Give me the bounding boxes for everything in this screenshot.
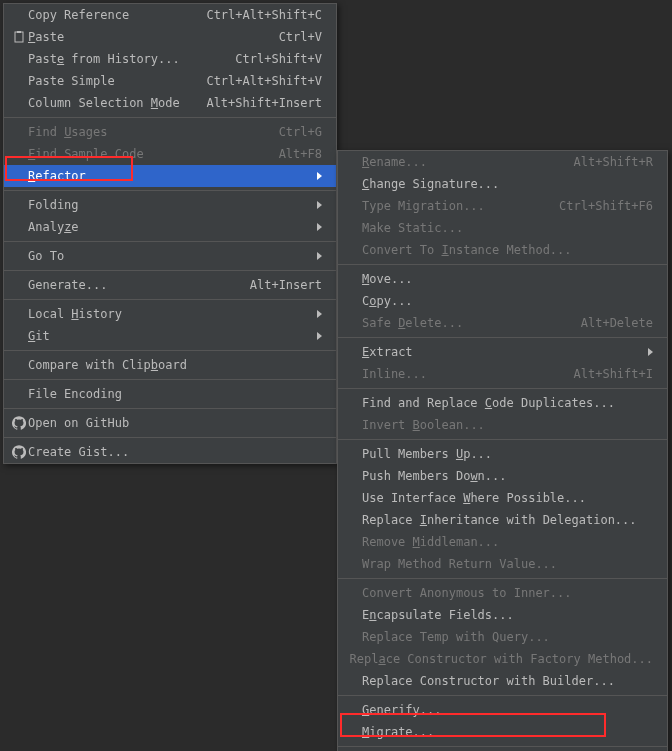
menu-item-shortcut: Ctrl+Alt+Shift+C <box>206 8 322 22</box>
menu-item-shortcut: Ctrl+V <box>279 30 322 44</box>
menu-item-label: Convert To Instance Method... <box>362 243 572 257</box>
main_menu-item-file-encoding[interactable]: File Encoding <box>4 383 336 405</box>
sub_menu-item-make-static: Make Static... <box>338 217 667 239</box>
menu-item-label: Go To <box>28 249 64 263</box>
main_menu-item-compare-with-clipboard[interactable]: Compare with Clipboard <box>4 354 336 376</box>
sub_menu-item-wrap-method-return-value: Wrap Method Return Value... <box>338 553 667 575</box>
menu-item-label: Wrap Method Return Value... <box>362 557 557 571</box>
menu-item-label: Make Static... <box>362 221 463 235</box>
sub_menu-item-type-migration: Type Migration...Ctrl+Shift+F6 <box>338 195 667 217</box>
main_menu-separator <box>4 408 336 409</box>
main_menu-item-local-history[interactable]: Local History <box>4 303 336 325</box>
main_menu-item-open-on-github[interactable]: Open on GitHub <box>4 412 336 434</box>
sub_menu-separator <box>338 695 667 696</box>
menu-item-label: Local History <box>28 307 122 321</box>
sub_menu-item-generify[interactable]: Generify... <box>338 699 667 721</box>
menu-item-label: Type Migration... <box>362 199 485 213</box>
main_menu-item-column-selection-mode[interactable]: Column Selection ModeAlt+Shift+Insert <box>4 92 336 114</box>
menu-item-label: Folding <box>28 198 79 212</box>
main_menu-item-find-sample-code: Find Sample CodeAlt+F8 <box>4 143 336 165</box>
menu-item-shortcut: Alt+Insert <box>250 278 322 292</box>
menu-item-label: Replace Temp with Query... <box>362 630 550 644</box>
submenu-arrow-icon <box>317 172 322 180</box>
sub_menu-separator <box>338 578 667 579</box>
sub_menu-item-rename: Rename...Alt+Shift+R <box>338 151 667 173</box>
menu-item-shortcut: Ctrl+Alt+Shift+V <box>206 74 322 88</box>
menu-item-shortcut: Alt+Shift+Insert <box>206 96 322 110</box>
menu-item-shortcut: Alt+Shift+I <box>574 367 653 381</box>
sub_menu-separator <box>338 264 667 265</box>
main_menu-separator <box>4 270 336 271</box>
menu-item-label: Change Signature... <box>362 177 499 191</box>
sub_menu-item-use-interface-where-possible[interactable]: Use Interface Where Possible... <box>338 487 667 509</box>
menu-item-label: Extract <box>362 345 413 359</box>
menu-item-label: Move... <box>362 272 413 286</box>
main_menu-item-git[interactable]: Git <box>4 325 336 347</box>
menu-item-label: Pull Members Up... <box>362 447 492 461</box>
menu-item-label: Replace Constructor with Factory Method.… <box>350 652 653 666</box>
main_menu-item-generate[interactable]: Generate...Alt+Insert <box>4 274 336 296</box>
menu-item-label: Generate... <box>28 278 107 292</box>
menu-item-label: Column Selection Mode <box>28 96 180 110</box>
main_menu-item-paste-from-history[interactable]: Paste from History...Ctrl+Shift+V <box>4 48 336 70</box>
menu-item-label: Paste from History... <box>28 52 180 66</box>
menu-item-shortcut: Alt+F8 <box>279 147 322 161</box>
main_menu-separator <box>4 241 336 242</box>
sub_menu-item-convert-to-instance-method: Convert To Instance Method... <box>338 239 667 261</box>
main_menu-separator <box>4 379 336 380</box>
menu-item-shortcut: Alt+Delete <box>581 316 653 330</box>
sub_menu-item-replace-constructor-with-factory-method: Replace Constructor with Factory Method.… <box>338 648 667 670</box>
sub_menu-item-migrate[interactable]: Migrate... <box>338 721 667 743</box>
main_menu-separator <box>4 437 336 438</box>
main_menu-separator <box>4 117 336 118</box>
sub_menu-separator <box>338 439 667 440</box>
github-icon <box>10 416 28 430</box>
menu-item-label: Compare with Clipboard <box>28 358 187 372</box>
submenu-arrow-icon <box>317 310 322 318</box>
sub_menu-item-remove-middleman: Remove Middleman... <box>338 531 667 553</box>
menu-item-label: Migrate... <box>362 725 434 739</box>
main_menu-item-find-usages: Find UsagesCtrl+G <box>4 121 336 143</box>
menu-item-label: Use Interface Where Possible... <box>362 491 586 505</box>
sub_menu-item-find-and-replace-code-duplicates[interactable]: Find and Replace Code Duplicates... <box>338 392 667 414</box>
menu-item-label: Find Sample Code <box>28 147 144 161</box>
menu-item-label: Invert Boolean... <box>362 418 485 432</box>
main_menu-item-paste-simple[interactable]: Paste SimpleCtrl+Alt+Shift+V <box>4 70 336 92</box>
menu-item-label: Refactor <box>28 169 86 183</box>
menu-item-label: Convert Anonymous to Inner... <box>362 586 572 600</box>
submenu-arrow-icon <box>648 348 653 356</box>
sub_menu-item-encapsulate-fields[interactable]: Encapsulate Fields... <box>338 604 667 626</box>
sub_menu-item-move[interactable]: Move... <box>338 268 667 290</box>
main_menu-item-refactor[interactable]: Refactor <box>4 165 336 187</box>
main_menu-item-folding[interactable]: Folding <box>4 194 336 216</box>
main_menu-item-create-gist[interactable]: Create Gist... <box>4 441 336 463</box>
menu-item-label: Generify... <box>362 703 441 717</box>
menu-item-label: Find Usages <box>28 125 107 139</box>
menu-item-label: Remove Middleman... <box>362 535 499 549</box>
paste-icon <box>10 30 28 44</box>
menu-item-label: Paste <box>28 30 64 44</box>
svg-rect-0 <box>15 32 23 42</box>
main_menu-item-paste[interactable]: PasteCtrl+V <box>4 26 336 48</box>
sub_menu-item-push-members-down[interactable]: Push Members Down... <box>338 465 667 487</box>
sub_menu-item-pull-members-up[interactable]: Pull Members Up... <box>338 443 667 465</box>
menu-item-label: Create Gist... <box>28 445 129 459</box>
sub_menu-item-change-signature[interactable]: Change Signature... <box>338 173 667 195</box>
menu-item-label: Analyze <box>28 220 79 234</box>
sub_menu-separator <box>338 337 667 338</box>
main_menu-item-copy-reference[interactable]: Copy ReferenceCtrl+Alt+Shift+C <box>4 4 336 26</box>
sub_menu-item-extract[interactable]: Extract <box>338 341 667 363</box>
sub_menu-separator <box>338 746 667 747</box>
main_menu-separator <box>4 350 336 351</box>
sub_menu-item-replace-constructor-with-builder[interactable]: Replace Constructor with Builder... <box>338 670 667 692</box>
sub_menu-item-replace-inheritance-with-delegation[interactable]: Replace Inheritance with Delegation... <box>338 509 667 531</box>
menu-item-label: Replace Inheritance with Delegation... <box>362 513 637 527</box>
main_menu-item-analyze[interactable]: Analyze <box>4 216 336 238</box>
main_menu-item-go-to[interactable]: Go To <box>4 245 336 267</box>
github-icon <box>10 445 28 459</box>
menu-item-shortcut: Alt+Shift+R <box>574 155 653 169</box>
sub_menu-item-inline: Inline...Alt+Shift+I <box>338 363 667 385</box>
sub_menu-item-copy[interactable]: Copy... <box>338 290 667 312</box>
main_menu-separator <box>4 299 336 300</box>
sub_menu-item-convert-anonymous-to-inner: Convert Anonymous to Inner... <box>338 582 667 604</box>
